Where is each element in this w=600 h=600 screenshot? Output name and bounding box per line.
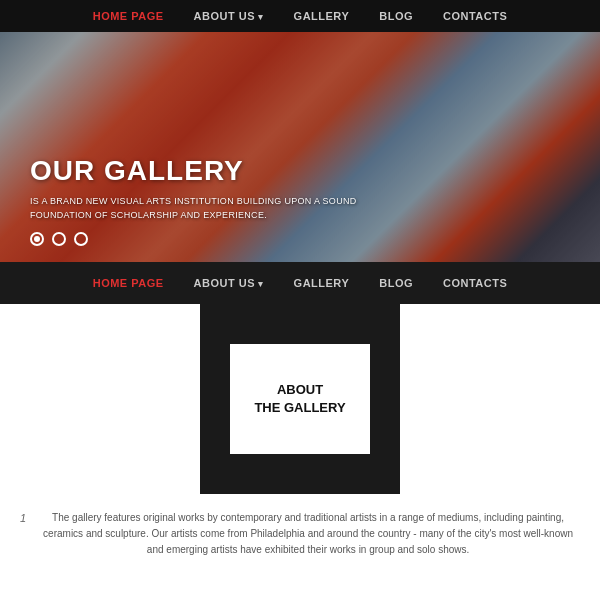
hero-section: OUR GALLERY IS A BRAND NEW VISUAL ARTS I… <box>0 32 600 262</box>
gallery-card-title: ABOUT THE GALLERY <box>254 381 345 417</box>
dot-3[interactable] <box>74 232 88 246</box>
bottom-paragraph: The gallery features original works by c… <box>36 510 580 558</box>
dot-2[interactable] <box>52 232 66 246</box>
second-nav-home[interactable]: HOME PAGE <box>93 277 164 289</box>
content-right <box>400 304 600 494</box>
content-center: ABOUT THE GALLERY <box>200 304 400 494</box>
second-nav: HOME PAGE ABOUT US GALLERY BLOG CONTACTS <box>0 262 600 304</box>
second-nav-blog[interactable]: BLOG <box>379 277 413 289</box>
hero-subtitle: IS A BRAND NEW VISUAL ARTS INSTITUTION B… <box>30 195 410 222</box>
top-nav-blog[interactable]: BLOG <box>379 10 413 22</box>
bottom-text-section: 1 The gallery features original works by… <box>0 494 600 568</box>
top-nav-contacts[interactable]: CONTACTS <box>443 10 507 22</box>
top-nav-gallery[interactable]: GALLERY <box>294 10 350 22</box>
second-nav-gallery[interactable]: GALLERY <box>294 277 350 289</box>
top-nav: HOME PAGE ABOUT US GALLERY BLOG CONTACTS <box>0 0 600 32</box>
gallery-card[interactable]: ABOUT THE GALLERY <box>230 344 370 454</box>
content-section: ABOUT THE GALLERY <box>0 304 600 494</box>
top-nav-home[interactable]: HOME PAGE <box>93 10 164 22</box>
hero-overlay <box>0 32 600 262</box>
second-nav-contacts[interactable]: CONTACTS <box>443 277 507 289</box>
bottom-number: 1 <box>20 512 26 524</box>
hero-dots <box>30 232 88 246</box>
content-left <box>0 304 200 494</box>
top-nav-about[interactable]: ABOUT US <box>194 10 264 22</box>
dot-1[interactable] <box>30 232 44 246</box>
hero-title: OUR GALLERY <box>30 155 410 187</box>
second-nav-about[interactable]: ABOUT US <box>194 277 264 289</box>
hero-content: OUR GALLERY IS A BRAND NEW VISUAL ARTS I… <box>30 155 410 222</box>
